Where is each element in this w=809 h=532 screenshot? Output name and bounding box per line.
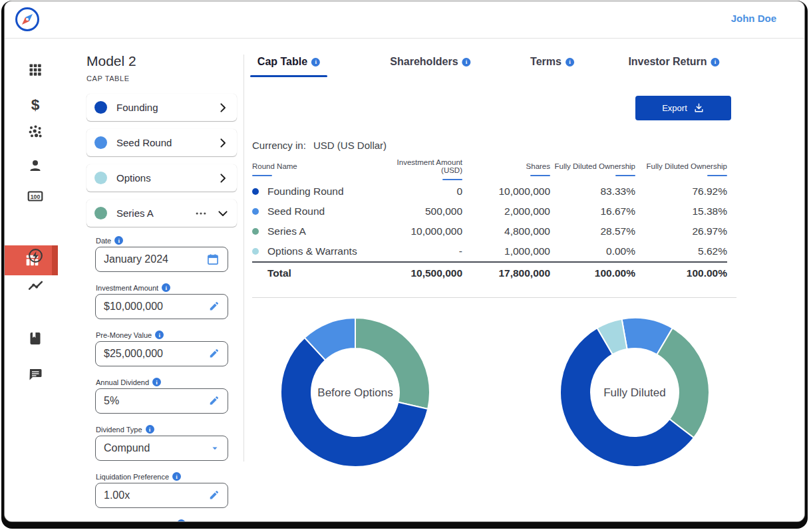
investment-amount-value: $10,000,000 xyxy=(104,301,208,313)
round-card-founding[interactable]: Founding xyxy=(86,94,237,121)
compass-logo-icon[interactable] xyxy=(14,6,41,33)
column-header[interactable]: Investment Amount (USD) xyxy=(379,158,462,182)
info-icon[interactable]: i xyxy=(566,58,574,66)
liquidation-preference-input[interactable]: 1.00x xyxy=(95,483,228,508)
table-row[interactable]: Seed Round 500,000 2,000,000 16.67% 15.3… xyxy=(252,201,727,221)
column-header[interactable]: Fully Diluted Ownership xyxy=(550,162,635,178)
info-icon[interactable]: i xyxy=(711,58,720,66)
row-color-dot xyxy=(252,248,259,255)
investment-amount-input[interactable]: $10,000,000 xyxy=(95,294,228,319)
round-color-dot xyxy=(94,136,107,149)
info-icon[interactable]: i xyxy=(162,283,170,292)
tab-investor-return[interactable]: Investor Return i xyxy=(628,56,719,68)
tab-label: Shareholders xyxy=(390,56,458,68)
round-card-series-a[interactable]: Series A xyxy=(86,200,237,227)
row-color-dot xyxy=(252,208,259,215)
round-label: Options xyxy=(116,172,217,184)
field-label-text: Investment Amount xyxy=(96,284,158,292)
round-card-seed[interactable]: Seed Round xyxy=(86,129,237,156)
liquidation-preference-value: 1.00x xyxy=(104,489,208,501)
currency-value: USD (US Dollar) xyxy=(313,140,387,151)
more-options-icon[interactable] xyxy=(194,207,208,220)
fully-diluted-donut-chart[interactable]: Seed Round 11.24%Series A 26.97%Founding… xyxy=(559,317,711,468)
cap-table-header-row: Round Name Investment Amount (USD) Share… xyxy=(252,158,727,182)
before-options-donut-chart[interactable]: Series A 28.57%Founding Round 59.53%Seed… xyxy=(279,317,431,468)
person-icon[interactable] xyxy=(27,157,44,174)
svg-text:$: $ xyxy=(31,96,40,113)
tab-terms[interactable]: Terms i xyxy=(530,56,574,68)
table-row[interactable]: Founding Round 0 10,000,000 83.33% 76.92… xyxy=(252,182,727,201)
svg-text:100: 100 xyxy=(31,194,41,200)
field-label-text: Date xyxy=(96,237,111,245)
table-row[interactable]: Series A 10,000,000 4,800,000 28.57% 26.… xyxy=(252,221,727,241)
dollar-icon[interactable]: $ xyxy=(27,96,44,113)
top-header-bar: John Doe xyxy=(5,1,804,39)
chevron-right-icon xyxy=(217,172,229,184)
cluster-icon[interactable] xyxy=(27,124,44,141)
info-icon[interactable]: i xyxy=(155,331,164,339)
row-color-dot xyxy=(252,228,259,235)
svg-text:Before Options: Before Options xyxy=(317,386,393,399)
round-color-dot xyxy=(94,172,107,184)
round-card-options[interactable]: Options xyxy=(86,164,237,192)
bolt-icon[interactable] xyxy=(27,247,44,264)
active-edge xyxy=(52,245,58,275)
export-button-label: Export xyxy=(662,103,687,113)
user-menu[interactable]: John Doe xyxy=(731,13,776,24)
date-input[interactable]: January 2024 xyxy=(95,247,228,272)
chat-icon[interactable] xyxy=(27,366,44,383)
round-color-dot xyxy=(94,207,107,219)
trend-icon[interactable] xyxy=(27,277,44,294)
book-icon[interactable] xyxy=(27,330,44,347)
banknote-icon[interactable]: 100 xyxy=(27,188,44,205)
info-icon[interactable]: i xyxy=(146,425,154,434)
participation-preference-field-label: Participation Preference i xyxy=(96,519,186,521)
field-label-text: Pre-Money Value xyxy=(96,331,152,339)
round-label: Founding xyxy=(116,102,217,113)
column-header[interactable]: Fully Diluted Ownership xyxy=(635,162,727,178)
round-label: Series A xyxy=(116,207,194,219)
annual-dividend-value: 5% xyxy=(104,395,208,407)
tab-label: Terms xyxy=(530,56,562,68)
round-color-dot xyxy=(94,101,107,114)
pre-money-input[interactable]: $25,000,000 xyxy=(95,341,228,366)
active-tab-underline xyxy=(250,75,327,77)
dividend-type-select[interactable]: Compund xyxy=(95,436,228,461)
pencil-edit-icon[interactable] xyxy=(208,301,220,313)
tab-cap-table[interactable]: Cap Table i xyxy=(257,56,320,68)
main-content: Cap Table i Shareholders i Terms i Inves… xyxy=(244,39,804,521)
pencil-edit-icon[interactable] xyxy=(208,489,220,501)
column-header[interactable]: Shares xyxy=(462,162,550,178)
caret-down-icon xyxy=(210,444,220,453)
date-field-label: Date i xyxy=(96,236,123,245)
tab-label: Cap Table xyxy=(257,56,307,68)
currency-label: Currency in: xyxy=(252,140,306,151)
table-row[interactable]: Options & Warrants - 1,000,000 0.00% 5.6… xyxy=(252,241,727,261)
icon-rail: $ 100 xyxy=(5,39,68,521)
pre-money-value: $25,000,000 xyxy=(104,348,208,360)
download-icon xyxy=(693,102,705,114)
field-label-text: Participation Preference xyxy=(96,520,174,522)
info-icon[interactable]: i xyxy=(462,58,471,66)
apps-icon[interactable] xyxy=(27,61,44,78)
row-color-dot xyxy=(252,188,259,195)
calendar-icon[interactable] xyxy=(206,253,220,266)
field-label-text: Annual Dividend xyxy=(96,378,149,386)
annual-dividend-input[interactable]: 5% xyxy=(95,388,228,414)
chevron-down-icon xyxy=(217,207,229,219)
pencil-edit-icon[interactable] xyxy=(208,395,220,407)
info-icon[interactable]: i xyxy=(152,378,161,386)
info-icon[interactable]: i xyxy=(311,58,320,66)
tab-shareholders[interactable]: Shareholders i xyxy=(390,56,470,68)
pencil-edit-icon[interactable] xyxy=(208,348,220,360)
pre-money-field-label: Pre-Money Value i xyxy=(96,331,164,339)
liquidation-preference-field-label: Liquidation Preference i xyxy=(96,472,181,481)
app-window: John Doe $ xyxy=(5,1,804,521)
column-header[interactable]: Round Name xyxy=(252,162,379,178)
info-icon[interactable]: i xyxy=(177,519,186,521)
export-button[interactable]: Export xyxy=(635,96,731,120)
info-icon[interactable]: i xyxy=(172,472,181,481)
info-icon[interactable]: i xyxy=(114,236,123,245)
currency-indicator: Currency in: USD (US Dollar) xyxy=(252,140,387,151)
date-value: January 2024 xyxy=(104,253,206,265)
